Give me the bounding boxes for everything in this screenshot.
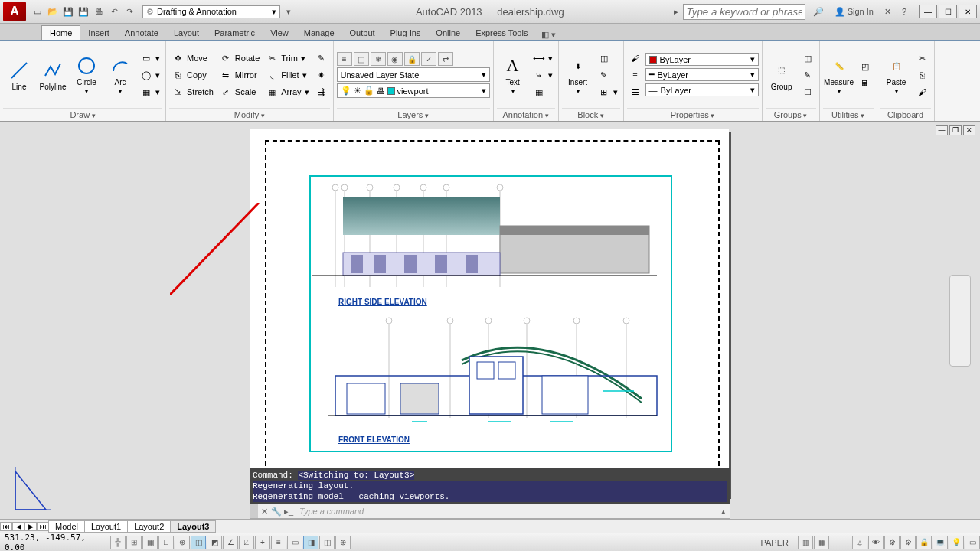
copy-button[interactable]: ⎘Copy — [169, 67, 216, 83]
layout-tab-1[interactable]: Layout1 — [84, 520, 128, 533]
offset-button[interactable]: ⇶ — [313, 84, 330, 99]
doc-close-button[interactable]: ✕ — [963, 125, 975, 135]
tab-plugins[interactable]: Plug-ins — [383, 26, 429, 40]
isolate-button[interactable]: 💡 — [949, 536, 964, 549]
edit-block-button[interactable]: ✎ — [596, 67, 620, 83]
undo-icon[interactable]: ↶ — [107, 5, 121, 18]
erase-button[interactable]: ✎ — [313, 51, 330, 66]
dyn-button[interactable]: + — [255, 536, 270, 549]
tab-insert[interactable]: Insert — [80, 26, 117, 40]
panel-groups-title[interactable]: Groups — [774, 110, 808, 119]
annovis-button[interactable]: 👁 — [868, 536, 884, 549]
coordinates[interactable]: 531.23, -149.57, 0.00 — [0, 533, 107, 552]
tab-annotate[interactable]: Annotate — [117, 26, 166, 40]
sc-button[interactable]: ◫ — [319, 536, 335, 549]
layer-prop-icon[interactable]: ≡ — [337, 52, 352, 66]
measure-button[interactable]: 📏Measure▾ — [823, 47, 855, 103]
minimize-button[interactable]: — — [919, 5, 937, 18]
close-button[interactable]: ✕ — [959, 5, 977, 18]
exchange-icon[interactable]: ✕ — [881, 6, 894, 18]
tab-expresstools[interactable]: Express Tools — [468, 26, 535, 40]
select-button[interactable]: ◰ — [857, 59, 874, 74]
color-combo[interactable]: ByLayer▾ — [645, 53, 759, 66]
layout-first-button[interactable]: ⏮ — [0, 522, 12, 531]
layout-tab-3[interactable]: Layout3 — [170, 520, 216, 533]
infocenter-arrow-icon[interactable]: ▸ — [669, 5, 683, 18]
layout-last-button[interactable]: ⏭ — [37, 522, 49, 531]
props-button[interactable]: ☰ — [627, 84, 644, 99]
attr-button[interactable]: ⊞▾ — [596, 84, 620, 99]
trim-button[interactable]: ✂Trim ▾ — [263, 51, 311, 66]
hardware-button[interactable]: 💻 — [933, 536, 948, 549]
matchprop-button[interactable]: 🖌 — [627, 51, 644, 66]
lineweight-combo[interactable]: ━ByLayer▾ — [645, 68, 759, 81]
quickcalc-button[interactable]: 🖩 — [857, 76, 874, 91]
doc-min-button[interactable]: — — [936, 125, 948, 135]
layer-current-combo[interactable]: 💡☀🔓🖶 viewport▾ — [337, 83, 490, 98]
hatch-button[interactable]: ▦▾ — [138, 84, 162, 99]
explode-button[interactable]: ✷ — [313, 67, 330, 83]
tab-manage[interactable]: Manage — [296, 26, 342, 40]
space-indicator[interactable]: PAPER — [755, 538, 795, 547]
tab-parametric[interactable]: Parametric — [207, 26, 263, 40]
search-icon[interactable]: 🔎 — [810, 6, 827, 18]
paste-button[interactable]: 📋Paste▾ — [880, 47, 913, 103]
drawing-area[interactable]: — ❐ ✕ RIGHT SIDE ELEVATION — [0, 122, 980, 519]
annoscale-button[interactable]: ⍙ — [852, 536, 867, 549]
panel-block-title[interactable]: Block — [577, 110, 603, 119]
workspace-switcher[interactable]: ⚙ Drafting & Annotation ▾ — [142, 5, 280, 18]
quickview-drawings-button[interactable]: ▦ — [814, 536, 829, 549]
layer-freeze-icon[interactable]: ❄ — [371, 52, 386, 66]
copy-clip-button[interactable]: ⎘ — [914, 67, 931, 83]
layer-off-icon[interactable]: ◉ — [387, 52, 403, 66]
grid-button[interactable]: ▦ — [142, 536, 158, 549]
panel-draw-title[interactable]: Draw — [70, 110, 95, 119]
layer-match-icon[interactable]: ⇄ — [438, 52, 453, 66]
cmd-close-icon[interactable]: ✕ — [258, 507, 270, 517]
layer-make-icon[interactable]: ✓ — [421, 52, 436, 66]
ws-button[interactable]: ⚙ — [900, 536, 916, 549]
create-block-button[interactable]: ◫ — [596, 51, 620, 66]
rectangle-button[interactable]: ▭▾ — [138, 51, 162, 66]
group-select-button[interactable]: ☐ — [799, 84, 816, 99]
tab-output[interactable]: Output — [342, 26, 383, 40]
doc-restore-button[interactable]: ❐ — [949, 125, 962, 135]
layout-prev-button[interactable]: ◀ — [12, 522, 24, 531]
linetype-combo[interactable]: —ByLayer▾ — [645, 83, 759, 96]
insert-button[interactable]: ⬇Insert▾ — [562, 47, 594, 103]
match-button[interactable]: 🖌 — [914, 84, 931, 99]
ortho-button[interactable]: ∟ — [158, 536, 174, 549]
tab-online[interactable]: Online — [428, 26, 468, 40]
osnap-button[interactable]: ◫ — [191, 536, 206, 549]
layer-state-combo[interactable]: Unsaved Layer State▾ — [337, 67, 490, 82]
panel-layers-title[interactable]: Layers — [397, 110, 429, 119]
ducs-button[interactable]: ⟀ — [239, 536, 254, 549]
panel-modify-title[interactable]: Modify — [234, 110, 265, 119]
layout-tab-model[interactable]: Model — [48, 520, 85, 533]
layer-lock-icon[interactable]: 🔒 — [404, 52, 420, 66]
cmd-handle[interactable] — [250, 504, 258, 518]
move-button[interactable]: ✥Move — [169, 51, 216, 66]
layout-next-button[interactable]: ▶ — [24, 522, 37, 531]
maximize-button[interactable]: ☐ — [939, 5, 957, 18]
layout-tab-2[interactable]: Layout2 — [127, 520, 171, 533]
cmd-history-icon[interactable]: ▴ — [717, 507, 730, 517]
dimension-button[interactable]: ⟷▾ — [531, 51, 555, 66]
infer-button[interactable]: ╬ — [110, 536, 126, 549]
signin-button[interactable]: 👤 Sign In — [831, 6, 877, 18]
app-menu-button[interactable]: A — [3, 2, 26, 21]
scale-button[interactable]: ⤢Scale — [217, 84, 262, 99]
polar-button[interactable]: ⊕ — [175, 536, 190, 549]
new-icon[interactable]: ▭ — [31, 5, 44, 18]
list-button[interactable]: ≡ — [627, 67, 644, 83]
navigation-bar[interactable] — [949, 275, 971, 367]
cut-button[interactable]: ✂ — [914, 51, 931, 66]
quickview-layouts-button[interactable]: ▥ — [798, 536, 813, 549]
ungroup-button[interactable]: ◫ — [799, 51, 816, 66]
am-button[interactable]: ⊕ — [335, 536, 351, 549]
otrack-button[interactable]: ∠ — [223, 536, 238, 549]
tpy-button[interactable]: ▭ — [287, 536, 302, 549]
group-button[interactable]: ⬚Group — [766, 47, 798, 103]
save-icon[interactable]: 💾 — [61, 5, 75, 18]
cmd-settings-icon[interactable]: 🔧 — [270, 507, 283, 517]
